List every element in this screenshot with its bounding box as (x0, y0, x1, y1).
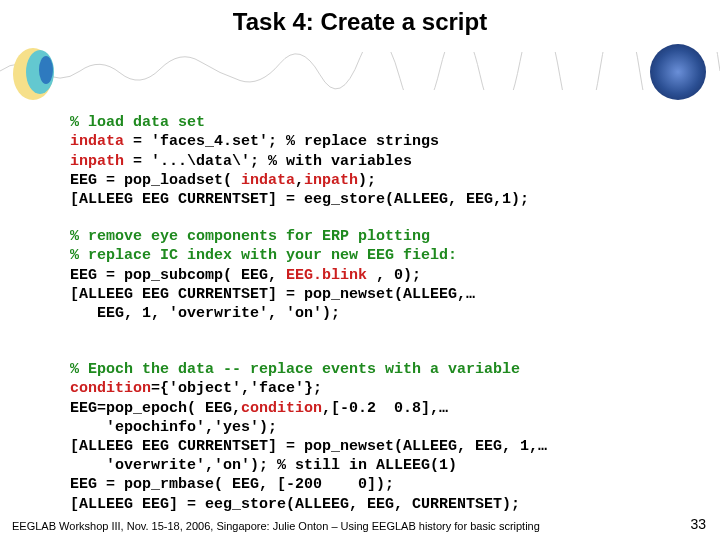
code-line: % Epoch the data -- replace events with … (70, 361, 520, 378)
code-token: ); (358, 172, 376, 189)
code-line: % remove eye components for ERP plotting (70, 228, 430, 245)
footer-text: EEGLAB Workshop III, Nov. 15-18, 2006, S… (12, 520, 540, 532)
code-block: % load data set indata = 'faces_4.set'; … (70, 94, 670, 514)
brain-head-icon (10, 46, 56, 102)
code-token: EEG=pop_epoch( EEG, (70, 400, 241, 417)
code-token: , (295, 172, 304, 189)
code-token: EEG.blink (286, 267, 367, 284)
code-token: inpath (70, 153, 124, 170)
code-token: = 'faces_4.set'; % replace strings (124, 133, 439, 150)
code-token: condition (70, 380, 151, 397)
code-token: , 0); (367, 267, 421, 284)
code-line: [ALLEEG EEG CURRENTSET] = pop_newset(ALL… (70, 286, 475, 303)
code-token: condition (241, 400, 322, 417)
slide-title: Task 4: Create a script (0, 8, 720, 36)
code-token: ={'object','face'}; (151, 380, 322, 397)
code-line: EEG, 1, 'overwrite', 'on'); (70, 305, 340, 322)
page-number: 33 (690, 516, 706, 532)
code-subblock: % Epoch the data -- replace events with … (70, 360, 670, 514)
code-token: ,[-0.2 0.8],… (322, 400, 448, 417)
code-line: [ALLEEG EEG CURRENTSET] = eeg_store(ALLE… (70, 191, 529, 208)
code-token: EEG = pop_subcomp( EEG, (70, 267, 286, 284)
code-line: [ALLEEG EEG] = eeg_store(ALLEEG, EEG, CU… (70, 496, 520, 513)
svg-point-2 (39, 56, 53, 84)
code-token: inpath (304, 172, 358, 189)
slide: Task 4: Create a script % load data set … (0, 0, 720, 540)
code-line: % load data set (70, 114, 205, 131)
code-subblock: % remove eye components for ERP plotting… (70, 227, 670, 323)
code-token: EEG = pop_loadset( (70, 172, 241, 189)
code-token: = '...\data\'; % with variables (124, 153, 412, 170)
code-line: % replace IC index with your new EEG fie… (70, 247, 457, 264)
code-token: indata (70, 133, 124, 150)
code-line: EEG = pop_rmbase( EEG, [-200 0]); (70, 476, 394, 493)
code-line: [ALLEEG EEG CURRENTSET] = pop_newset(ALL… (70, 438, 547, 455)
waveform-bg (0, 52, 720, 90)
code-line: 'epochinfo','yes'); (70, 419, 277, 436)
code-token: indata (241, 172, 295, 189)
code-line: 'overwrite','on'); % still in ALLEEG(1) (70, 457, 457, 474)
sccn-logo (650, 44, 706, 100)
